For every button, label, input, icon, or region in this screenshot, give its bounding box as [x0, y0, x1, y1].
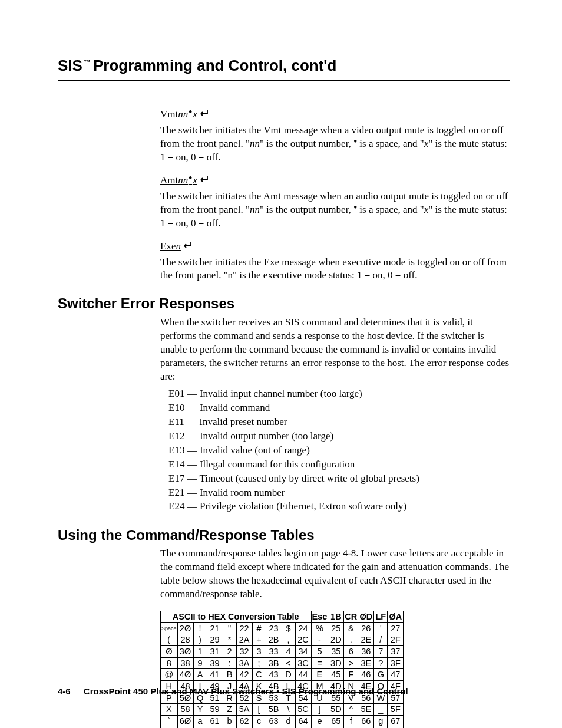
- ascii-hx: 59: [207, 704, 223, 716]
- ascii-ch: ;: [252, 657, 266, 669]
- ascii-ch: Ø: [161, 646, 178, 658]
- footer-title: CrossPoint 450 Plus and MAV Plus Switche…: [84, 686, 408, 696]
- ascii-ch: @: [161, 669, 178, 681]
- ascii-ch: !: [193, 622, 207, 634]
- ascii-ch: /: [374, 634, 388, 646]
- ascii-ch: ^: [344, 704, 358, 716]
- enter-icon: [197, 109, 209, 117]
- ascii-hx: 31: [207, 646, 223, 658]
- using-heading: Using the Command/Response Tables: [58, 526, 510, 545]
- ascii-hx: 3Ø: [177, 646, 193, 658]
- ascii-hx: 2Ø: [177, 622, 193, 634]
- ascii-ch: 1: [193, 646, 207, 658]
- ascii-ch: e: [311, 716, 328, 727]
- ascii-hx: 2B: [266, 634, 282, 646]
- enter-icon: [197, 175, 209, 183]
- ascii-ch: =: [311, 657, 328, 669]
- ascii-hx: 2A: [236, 634, 252, 646]
- ascii-hx: 44: [295, 669, 311, 681]
- ascii-hx: 5B: [266, 704, 282, 716]
- exe-section: Exen The switcher initiates the Exe mess…: [58, 240, 510, 283]
- ascii-ch: .: [344, 634, 358, 646]
- error-code: E10 — Invalid command: [168, 401, 510, 415]
- ascii-ch: d: [282, 716, 295, 727]
- ascii-title: ASCII to HEX Conversion Table: [161, 611, 312, 623]
- ascii-hx: 2D: [328, 634, 344, 646]
- ascii-hx: 67: [388, 716, 404, 727]
- ascii-ch: #: [252, 622, 266, 634]
- ascii-ch: X: [161, 704, 178, 716]
- ascii-ch: +: [252, 634, 266, 646]
- vmt-pre: Vmt: [160, 108, 178, 120]
- ascii-hx: 5C: [295, 704, 311, 716]
- ascii-ch: 2: [223, 646, 236, 658]
- ascii-ch: b: [223, 716, 236, 727]
- ascii-hx: 66: [358, 716, 374, 727]
- ascii-hx: 2F: [388, 634, 404, 646]
- ascii-hx: 33: [266, 646, 282, 658]
- ascii-table: ASCII to HEX Conversion TableEsc1BCRØDLF…: [160, 611, 404, 728]
- vmt-n: nn: [178, 108, 188, 120]
- ascii-hx: 21: [207, 622, 223, 634]
- ascii-hx: 5F: [388, 704, 404, 716]
- page-number: 4-6: [58, 686, 71, 696]
- ascii-ch: ?: [374, 657, 388, 669]
- amt-section: Amtnn•x The switcher initiates the Amt m…: [58, 174, 510, 230]
- ascii-hx: 2C: [295, 634, 311, 646]
- ascii-hx: 39: [207, 657, 223, 669]
- ascii-special-hx: 1B: [328, 611, 344, 623]
- ascii-hx: 34: [295, 646, 311, 658]
- ascii-ch: \: [282, 704, 295, 716]
- ascii-ch: ]: [311, 704, 328, 716]
- ascii-ch: 6: [344, 646, 358, 658]
- amt-para: The switcher initiates the Amt message w…: [160, 190, 510, 230]
- ascii-hx: 47: [388, 669, 404, 681]
- error-code: E01 — Invalid input channel number (too …: [168, 387, 510, 401]
- ascii-ch: f: [344, 716, 358, 727]
- running-head-rest: Programming and Control, cont'd: [93, 55, 337, 76]
- ascii-ch: F: [344, 669, 358, 681]
- ascii-ch: ": [223, 622, 236, 634]
- error-code: E13 — Invalid value (out of range): [168, 443, 510, 457]
- exe-n: n: [176, 241, 181, 252]
- ascii-hx: 24: [295, 622, 311, 634]
- ascii-special-ch: CR: [344, 611, 358, 623]
- ascii-ch: ): [193, 634, 207, 646]
- error-code: E17 — Timeout (caused only by direct wri…: [168, 472, 510, 486]
- running-head-sis: SIS: [58, 55, 82, 76]
- ascii-ch: Space: [161, 622, 178, 634]
- exe-para: The switcher initiates the Exe message w…: [160, 256, 510, 283]
- ascii-ch: C: [252, 669, 266, 681]
- ascii-ch: B: [223, 669, 236, 681]
- ascii-special-hx: ØA: [388, 611, 404, 623]
- ascii-hx: 23: [266, 622, 282, 634]
- ascii-ch: &: [344, 622, 358, 634]
- ascii-hx: 3A: [236, 657, 252, 669]
- using-para: The command/response tables begin on pag…: [160, 547, 510, 601]
- ascii-hx: 27: [388, 622, 404, 634]
- ascii-hx: 42: [236, 669, 252, 681]
- ascii-special-ch: Esc: [311, 611, 328, 623]
- ascii-hx: 3F: [388, 657, 404, 669]
- ascii-ch: 5: [311, 646, 328, 658]
- switcher-heading: Switcher Error Responses: [58, 294, 510, 313]
- ascii-hx: 64: [295, 716, 311, 727]
- ascii-hx: 63: [266, 716, 282, 727]
- ascii-ch: g: [374, 716, 388, 727]
- running-head: SIS ™ Programming and Control, cont'd: [58, 55, 510, 81]
- ascii-hx: 5A: [236, 704, 252, 716]
- ascii-ch: Y: [193, 704, 207, 716]
- ascii-ch: >: [344, 657, 358, 669]
- ascii-hx: 65: [328, 716, 344, 727]
- amt-bullet: •: [188, 172, 193, 183]
- ascii-hx: 61: [207, 716, 223, 727]
- page-footer: 4-6 CrossPoint 450 Plus and MAV Plus Swi…: [58, 686, 408, 697]
- ascii-ch: D: [282, 669, 295, 681]
- ascii-ch: %: [311, 622, 328, 634]
- ascii-hx: 29: [207, 634, 223, 646]
- ascii-hx: 37: [388, 646, 404, 658]
- vmt-para: The switcher initiates the Vmt message w…: [160, 124, 510, 164]
- ascii-ch: (: [161, 634, 178, 646]
- ascii-hx: 36: [358, 646, 374, 658]
- ascii-hx: 45: [328, 669, 344, 681]
